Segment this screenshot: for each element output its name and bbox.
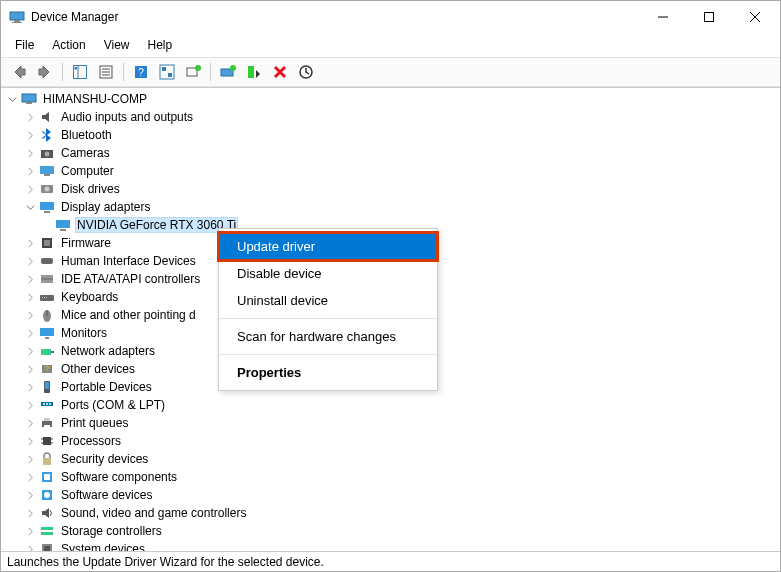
chevron-right-icon[interactable] [23,506,37,520]
chevron-right-icon[interactable] [23,362,37,376]
close-button[interactable] [732,2,778,32]
security-icon [39,451,55,467]
help-button[interactable]: ? [129,61,153,83]
tree-item-storage[interactable]: Storage controllers [1,522,780,540]
other-icon: ? [39,361,55,377]
chevron-right-icon[interactable] [23,128,37,142]
ctx-separator [219,318,437,319]
chevron-right-icon[interactable] [23,416,37,430]
tree-item-print[interactable]: Print queues [1,414,780,432]
tree-item-label: Network adapters [59,343,157,359]
chevron-right-icon[interactable] [23,344,37,358]
minimize-button[interactable] [640,2,686,32]
chevron-right-icon[interactable] [23,326,37,340]
device-manager-window: Device Manager File Action View Help ? [0,0,781,572]
tree-item-computer[interactable]: Computer [1,162,780,180]
svg-point-22 [230,65,236,71]
update-driver-button[interactable] [216,61,240,83]
ctx-properties[interactable]: Properties [219,359,437,386]
chevron-right-icon[interactable] [23,110,37,124]
chevron-right-icon[interactable] [23,182,37,196]
tree-item-label: Human Interface Devices [59,253,198,269]
svg-rect-75 [41,527,53,530]
chevron-right-icon[interactable] [23,272,37,286]
tree-item-swdev[interactable]: Software devices [1,486,780,504]
chevron-right-icon[interactable] [23,470,37,484]
tree-item-swcomp[interactable]: Software components [1,468,780,486]
chevron-right-icon[interactable] [23,308,37,322]
add-hardware-button[interactable] [181,61,205,83]
tree-item-label: Mice and other pointing d [59,307,198,323]
tree-item-processors[interactable]: Processors [1,432,780,450]
back-button[interactable] [7,61,31,83]
chevron-right-icon[interactable] [23,434,37,448]
chevron-right-icon[interactable] [23,398,37,412]
svg-rect-23 [248,66,254,78]
properties-button[interactable] [94,61,118,83]
tree-item-label: Sound, video and game controllers [59,505,248,521]
chevron-right-icon[interactable] [23,452,37,466]
svg-point-59 [43,403,45,405]
system-icon [39,541,55,551]
chevron-right-icon[interactable] [23,524,37,538]
disable-button[interactable] [242,61,266,83]
svg-point-20 [195,65,201,71]
tree-item-bluetooth[interactable]: Bluetooth [1,126,780,144]
menu-file[interactable]: File [7,35,42,55]
enable-button[interactable] [294,61,318,83]
uninstall-button[interactable] [268,61,292,83]
chevron-right-icon[interactable] [23,290,37,304]
svg-rect-47 [46,297,47,298]
swdev-icon [39,487,55,503]
svg-rect-27 [22,94,36,102]
svg-rect-76 [41,532,53,535]
svg-text:?: ? [138,67,144,78]
tree-item-sound[interactable]: Sound, video and game controllers [1,504,780,522]
svg-rect-28 [26,102,32,104]
chevron-right-icon[interactable] [23,254,37,268]
chevron-right-icon[interactable] [23,542,37,551]
svg-rect-36 [44,211,50,213]
processors-icon [39,433,55,449]
svg-rect-1 [14,20,20,22]
svg-rect-63 [44,418,50,421]
chevron-down-icon[interactable] [23,200,37,214]
scan-button[interactable] [155,61,179,83]
tree-item-label: Disk drives [59,181,122,197]
tree-item-label: Cameras [59,145,112,161]
ctx-scan-hardware[interactable]: Scan for hardware changes [219,323,437,350]
toolbar: ? [1,57,780,87]
show-hide-tree-button[interactable] [68,61,92,83]
chevron-right-icon[interactable] [23,146,37,160]
ctx-uninstall-device[interactable]: Uninstall device [219,287,437,314]
status-text: Launches the Update Driver Wizard for th… [7,555,324,569]
menu-view[interactable]: View [96,35,138,55]
tree-root-label: HIMANSHU-COMP [41,91,149,107]
audio-icon [39,109,55,125]
svg-rect-37 [56,220,70,228]
device-tree-panel[interactable]: HIMANSHU-COMP Audio inputs and outputsBl… [1,87,780,551]
ctx-disable-device[interactable]: Disable device [219,260,437,287]
tree-item-disk[interactable]: Disk drives [1,180,780,198]
tree-item-system[interactable]: System devices [1,540,780,551]
maximize-button[interactable] [686,2,732,32]
menu-help[interactable]: Help [140,35,181,55]
chevron-right-icon[interactable] [23,380,37,394]
tree-item-cameras[interactable]: Cameras [1,144,780,162]
tree-item-ports[interactable]: Ports (COM & LPT) [1,396,780,414]
tree-item-security[interactable]: Security devices [1,450,780,468]
tree-item-audio[interactable]: Audio inputs and outputs [1,108,780,126]
chevron-right-icon[interactable] [23,236,37,250]
network-icon [39,343,55,359]
menu-action[interactable]: Action [44,35,93,55]
ctx-update-driver[interactable]: Update driver [219,233,437,260]
tree-root[interactable]: HIMANSHU-COMP [1,90,780,108]
chevron-down-icon[interactable] [5,92,19,106]
tree-item-display[interactable]: Display adapters [1,198,780,216]
monitors-icon [39,325,55,341]
chevron-right-icon[interactable] [23,488,37,502]
svg-rect-45 [42,297,43,298]
tree-item-label: Portable Devices [59,379,154,395]
chevron-right-icon[interactable] [23,164,37,178]
forward-button[interactable] [33,61,57,83]
